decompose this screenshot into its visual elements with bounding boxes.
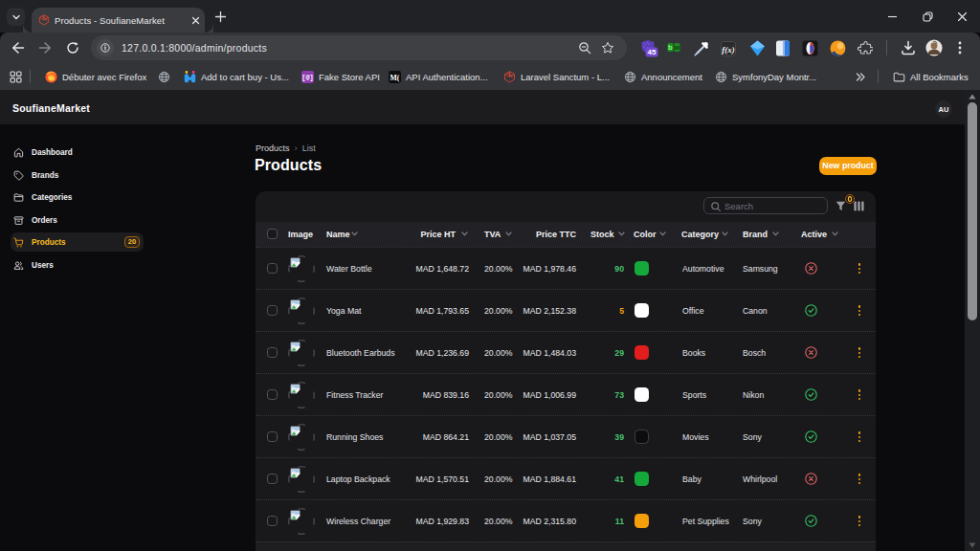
svg-text:[@]: [@] [301,74,313,81]
svg-text:M(: M( [390,73,400,81]
svg-text:45: 45 [648,48,657,56]
svg-text:b: b [668,43,673,52]
svg-text:f(x): f(x) [722,45,735,55]
svg-text:w: w [673,43,679,52]
